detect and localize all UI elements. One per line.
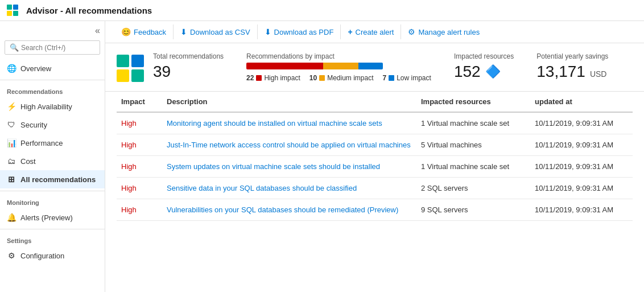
sidebar-item-label: Cost	[20, 157, 36, 166]
potential-savings-label: Potential yearly savings	[536, 52, 608, 60]
impacted-resources-block: Impacted resources 152 🔷	[454, 52, 514, 81]
row-resources: 9 SQL servers	[416, 199, 530, 221]
sidebar-item-label: Overview	[20, 64, 51, 73]
search-box[interactable]: 🔍	[5, 40, 100, 55]
potential-savings-value: 13,171	[536, 63, 585, 81]
sidebar-item-label: Configuration	[20, 252, 64, 260]
row-description: System updates on virtual machine scale …	[162, 156, 416, 178]
row-impact: High	[117, 178, 162, 199]
total-recommendations-label: Total recommendations	[153, 52, 224, 60]
impacted-resources-label: Impacted resources	[454, 52, 514, 60]
high-count: 22	[246, 74, 254, 82]
row-resources: 5 Virtual machines	[416, 134, 530, 156]
sidebar-collapse-button[interactable]: «	[95, 26, 100, 36]
sidebar-item-high-availability[interactable]: ⚡ High Availability	[0, 97, 105, 116]
medium-dot	[319, 75, 325, 81]
row-impact: High	[117, 112, 162, 134]
cost-icon: 🗂	[7, 157, 16, 166]
sidebar-item-security[interactable]: 🛡 Security	[0, 116, 105, 134]
manage-alert-rules-label: Manage alert rules	[418, 28, 480, 36]
sidebar-item-label: Security	[20, 121, 47, 129]
high-dot	[256, 75, 262, 81]
settings-section-label: Settings	[0, 232, 105, 246]
search-input[interactable]	[21, 44, 95, 52]
low-label: Low impact	[397, 74, 431, 82]
table-row: High Vulnerabilities on your SQL databas…	[117, 199, 633, 221]
description-link[interactable]: Just-In-Time network access control shou…	[167, 141, 411, 149]
download-pdf-icon: ⬇	[265, 27, 271, 36]
low-count: 7	[383, 74, 387, 82]
impact-bar	[246, 63, 383, 69]
impacted-resources-value: 152	[454, 63, 481, 81]
advisor-big-logo	[117, 55, 144, 82]
sidebar-item-performance[interactable]: 📊 Performance	[0, 134, 105, 152]
medium-label: Medium impact	[327, 74, 373, 82]
main-content: 😊 Feedback ⬇ Download as CSV ⬇ Download …	[105, 21, 644, 292]
high-availability-icon: ⚡	[7, 102, 16, 111]
performance-icon: 📊	[7, 138, 16, 147]
table-row: High Sensitive data in your SQL database…	[117, 178, 633, 199]
impact-bar-low	[358, 63, 383, 69]
impact-legend: 22 High impact 10 Medium impact 7	[246, 74, 431, 82]
row-updated-at: 10/11/2019, 9:09:31 AM	[530, 178, 633, 199]
resource-cube-icon: 🔷	[485, 64, 501, 79]
create-alert-button[interactable]: + Create alert	[341, 24, 401, 39]
download-csv-button[interactable]: ⬇ Download as CSV	[174, 24, 258, 39]
stats-area: Total recommendations 39 Recommendations…	[105, 43, 644, 92]
page-title: Advisor - All recommendations	[26, 6, 152, 15]
row-impact: High	[117, 199, 162, 221]
recommendations-by-impact-label: Recommendations by impact	[246, 52, 431, 60]
table-row: High Monitoring agent should be installe…	[117, 112, 633, 134]
sidebar-item-alerts[interactable]: 🔔 Alerts (Preview)	[0, 208, 105, 227]
sidebar-item-cost[interactable]: 🗂 Cost	[0, 152, 105, 170]
row-updated-at: 10/11/2019, 9:09:31 AM	[530, 199, 633, 221]
description-link[interactable]: Monitoring agent should be installed on …	[167, 119, 382, 128]
recommendations-table-area: Impact Description Impacted resources up…	[105, 92, 644, 292]
feedback-button[interactable]: 😊 Feedback	[114, 24, 174, 39]
row-resources: 2 SQL servers	[416, 178, 530, 199]
row-description: Just-In-Time network access control shou…	[162, 134, 416, 156]
configuration-icon: ⚙	[7, 251, 16, 260]
row-resources: 1 Virtual machine scale set	[416, 156, 530, 178]
divider-1	[0, 80, 105, 80]
sidebar-item-label: All recommendations	[20, 175, 96, 184]
description-link[interactable]: System updates on virtual machine scale …	[167, 162, 380, 171]
all-recommendations-icon: ⊞	[7, 175, 16, 184]
low-impact-legend: 7 Low impact	[383, 74, 431, 82]
medium-count: 10	[309, 74, 317, 82]
row-impact: High	[117, 156, 162, 178]
sidebar-item-configuration[interactable]: ⚙ Configuration	[0, 246, 105, 265]
row-description: Monitoring agent should be installed on …	[162, 112, 416, 134]
table-row: High Just-In-Time network access control…	[117, 134, 633, 156]
description-link[interactable]: Sensitive data in your SQL databases sho…	[167, 184, 357, 192]
row-updated-at: 10/11/2019, 9:09:31 AM	[530, 156, 633, 178]
divider-2	[0, 191, 105, 191]
potential-savings-block: Potential yearly savings 13,171 USD	[536, 52, 608, 81]
sidebar-item-label: Performance	[20, 139, 63, 147]
create-alert-icon: +	[348, 27, 352, 36]
sidebar-item-all-recommendations[interactable]: ⊞ All recommendations	[0, 170, 105, 188]
toolbar: 😊 Feedback ⬇ Download as CSV ⬇ Download …	[105, 21, 644, 43]
description-link[interactable]: Vulnerabilities on your SQL databases sh…	[167, 205, 398, 214]
row-updated-at: 10/11/2019, 9:09:31 AM	[530, 112, 633, 134]
row-resources: 1 Virtual machine scale set	[416, 112, 530, 134]
total-recommendations-value: 39	[153, 63, 224, 81]
monitoring-section-label: Monitoring	[0, 194, 105, 208]
download-csv-label: Download as CSV	[190, 28, 250, 36]
create-alert-label: Create alert	[356, 28, 394, 36]
manage-alert-rules-icon: ⚙	[408, 27, 415, 36]
search-icon: 🔍	[10, 43, 19, 52]
sidebar: « 🔍 🌐 Overview Recommendations ⚡ High Av…	[0, 21, 105, 292]
row-description: Vulnerabilities on your SQL databases sh…	[162, 199, 416, 221]
download-pdf-button[interactable]: ⬇ Download as PDF	[258, 24, 341, 39]
sidebar-item-label: Alerts (Preview)	[20, 213, 73, 222]
feedback-icon: 😊	[121, 27, 131, 36]
sidebar-item-overview[interactable]: 🌐 Overview	[0, 59, 105, 77]
medium-impact-legend: 10 Medium impact	[309, 74, 374, 82]
manage-alert-rules-button[interactable]: ⚙ Manage alert rules	[401, 24, 486, 39]
recommendations-by-impact-block: Recommendations by impact 22 High impact	[246, 52, 431, 82]
col-header-impact: Impact	[117, 92, 162, 112]
potential-savings-currency: USD	[590, 69, 607, 79]
col-header-updated: updated at	[530, 92, 633, 112]
table-row: High System updates on virtual machine s…	[117, 156, 633, 178]
